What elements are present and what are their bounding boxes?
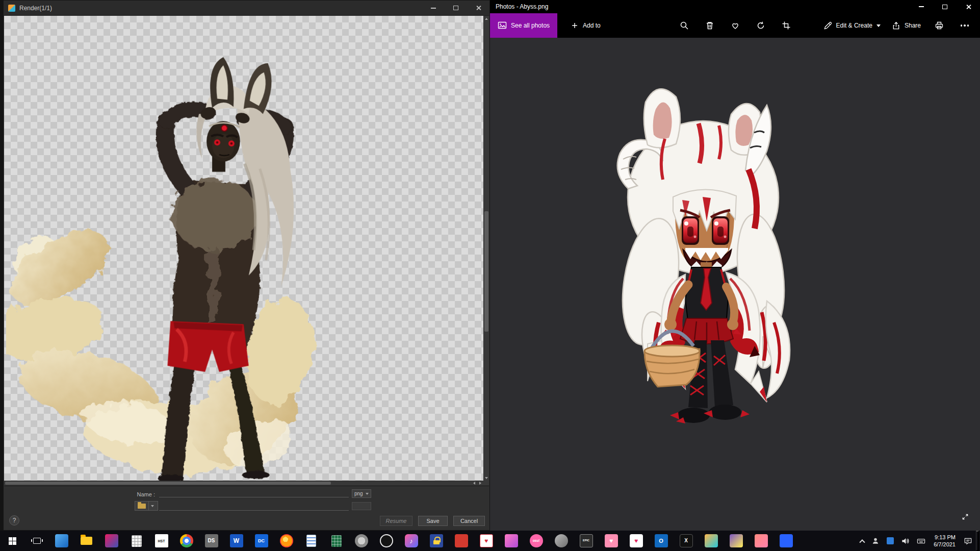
see-all-photos-label: See all photos [511, 22, 550, 29]
cancel-button[interactable]: Cancel [453, 516, 485, 526]
format-value: png [354, 491, 363, 496]
taskbar-app-hst[interactable]: HST [149, 531, 174, 551]
action-center-button[interactable] [960, 531, 976, 551]
render-vertical-scrollbar[interactable] [483, 16, 489, 481]
taskbar-app-heart-pink[interactable]: ♥ [599, 531, 624, 551]
render-maximize-button[interactable] [445, 1, 467, 15]
taskbar-app-heart-white[interactable]: ♥ [624, 531, 649, 551]
taskbar-app-music[interactable]: ♪ [399, 531, 424, 551]
scroll-left-arrow[interactable] [471, 481, 477, 485]
render-minimize-button[interactable] [422, 1, 445, 15]
browse-folder-button[interactable] [135, 501, 158, 511]
render-name-input[interactable] [159, 488, 349, 497]
fullscreen-button[interactable] [959, 510, 972, 523]
zoom-button[interactable] [674, 15, 694, 36]
taskbar-app-word[interactable]: W [224, 531, 249, 551]
taskbar-app-paint[interactable] [99, 531, 124, 551]
taskbar-app-text-doc[interactable] [299, 531, 324, 551]
photos-maximize-button[interactable] [933, 0, 957, 13]
minimize-icon [919, 6, 924, 7]
taskbar-app-gray-app[interactable] [349, 531, 374, 551]
save-button[interactable]: Save [418, 516, 448, 526]
taskbar-app-avatar-2[interactable] [724, 531, 749, 551]
taskbar-app-avatar-1[interactable] [699, 531, 724, 551]
scroll-down-arrow[interactable] [484, 475, 489, 481]
app-icon [730, 534, 743, 547]
app-icon: ♥ [480, 534, 493, 547]
app-icon [755, 534, 768, 547]
start-button[interactable] [0, 531, 24, 551]
taskbar-app-lock[interactable] [424, 531, 449, 551]
taskbar-app-dc[interactable]: DC [249, 531, 274, 551]
photos-minimize-button[interactable] [910, 0, 933, 13]
see-all-photos-button[interactable]: See all photos [490, 13, 557, 38]
taskbar-app-calculator[interactable] [124, 531, 149, 551]
app-icon [180, 534, 193, 547]
taskbar-app-pink-photos[interactable] [499, 531, 524, 551]
task-view-button[interactable] [24, 531, 49, 551]
photo-image[interactable] [599, 83, 807, 436]
rotate-button[interactable] [751, 15, 771, 36]
hidden-icons-button[interactable] [857, 531, 868, 551]
chevron-up-icon [860, 539, 865, 545]
taskbar-app-osu[interactable]: osu! [524, 531, 549, 551]
app-icon [55, 534, 68, 547]
taskbar-app-outlook[interactable]: O [649, 531, 674, 551]
format-select[interactable]: png [352, 489, 371, 498]
resume-button[interactable]: Resume [380, 516, 412, 526]
see-more-button[interactable] [955, 15, 975, 36]
add-to-button[interactable]: Add to [568, 21, 604, 30]
app-icon: EPIC [580, 534, 593, 547]
share-button[interactable]: Share [889, 21, 924, 31]
taskbar-app-file-explorer[interactable] [74, 531, 99, 551]
pencil-icon [823, 21, 832, 30]
print-button[interactable] [929, 15, 949, 36]
render-window-title: Render(1/1) [19, 5, 52, 12]
app-icon [555, 534, 568, 547]
share-label: Share [905, 22, 921, 29]
render-close-button[interactable] [467, 1, 489, 15]
vertical-scroll-thumb[interactable] [484, 211, 488, 332]
edit-create-button[interactable]: Edit & Create [820, 21, 884, 31]
render-path-input[interactable] [159, 502, 349, 511]
touch-keyboard-button[interactable] [913, 531, 929, 551]
photos-titlebar[interactable]: Photos - Abyss.png [490, 0, 980, 13]
render-horizontal-scrollbar[interactable] [4, 481, 483, 485]
taskbar-app-spreadsheet[interactable] [324, 531, 349, 551]
taskbar-app-red-app[interactable] [449, 531, 474, 551]
taskbar-app-black-app[interactable]: X [674, 531, 699, 551]
taskbar-clock[interactable]: 9:13 PM 6/7/2021 [929, 534, 960, 548]
scroll-up-arrow[interactable] [484, 16, 489, 21]
taskbar-app-heart-doc[interactable]: ♥ [474, 531, 499, 551]
taskbar-app-chrome[interactable] [174, 531, 199, 551]
show-desktop-button[interactable] [976, 531, 979, 551]
taskbar-app-daz-studio[interactable]: DS [199, 531, 224, 551]
horizontal-scroll-thumb[interactable] [5, 482, 331, 485]
taskbar-app-steam[interactable] [549, 531, 574, 551]
comment-icon [964, 537, 972, 545]
taskbar-app-firefox[interactable] [274, 531, 299, 551]
render-window-titlebar[interactable]: Render(1/1) [4, 1, 489, 16]
app-icon [780, 534, 793, 547]
taskbar-app-obs[interactable] [374, 531, 399, 551]
taskbar-app-mail[interactable] [49, 531, 74, 551]
name-label: Name : [4, 491, 155, 497]
scroll-right-arrow[interactable] [477, 481, 483, 485]
app-icon [306, 535, 316, 547]
tray-person-button[interactable] [868, 531, 883, 551]
volume-button[interactable] [897, 531, 913, 551]
photo-icon [498, 21, 507, 30]
taskbar-app-avatar-3[interactable] [749, 531, 773, 551]
app-icon: X [680, 534, 693, 547]
taskbar-app-epic[interactable]: EPIC [574, 531, 599, 551]
minimize-icon [431, 8, 436, 9]
tray-app-button[interactable] [883, 531, 897, 551]
taskbar-app-blue-app[interactable] [773, 531, 798, 551]
secondary-format-box[interactable] [352, 502, 371, 510]
delete-button[interactable] [700, 15, 720, 36]
favorite-button[interactable] [725, 15, 745, 36]
crop-button[interactable] [776, 15, 796, 36]
app-icon [355, 534, 368, 547]
help-button[interactable]: ? [9, 515, 19, 525]
photos-close-button[interactable] [957, 0, 980, 13]
